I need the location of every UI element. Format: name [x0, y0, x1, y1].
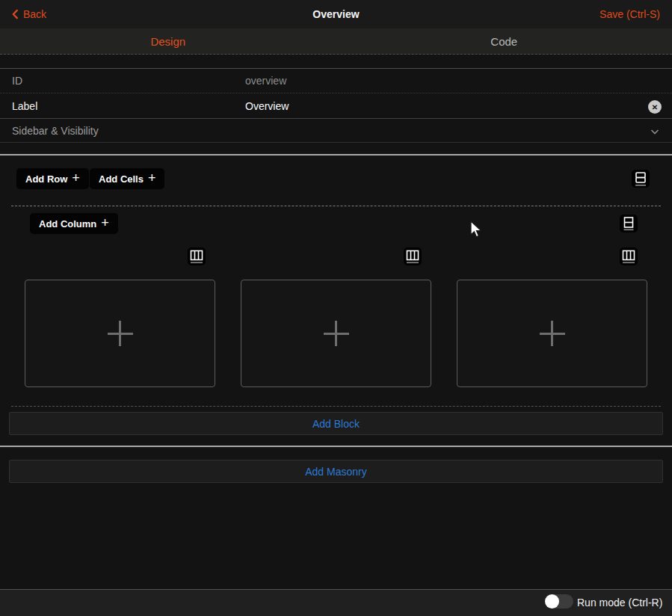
plus-cross-icon — [540, 321, 565, 346]
column-3-layout-button[interactable] — [620, 247, 638, 265]
chevron-left-icon — [10, 9, 20, 19]
plus-cross-icon — [324, 321, 349, 346]
toggle-knob — [545, 594, 559, 609]
plus-cross-icon — [108, 321, 133, 346]
add-masonry-button[interactable]: Add Masonry — [9, 460, 663, 483]
clear-icon: ✕ — [652, 103, 658, 111]
add-row-label: Add Row — [25, 173, 67, 185]
row-container-top-border — [11, 206, 661, 206]
row-layout-button[interactable] — [632, 170, 650, 188]
tab-bar: Design Code — [0, 28, 672, 55]
empty-cell-3-add-target[interactable] — [457, 280, 647, 387]
three-columns-icon — [620, 247, 638, 265]
form-row-label[interactable]: Label Overview — [0, 94, 672, 119]
section-divider — [0, 446, 672, 447]
label-label: Label — [12, 100, 37, 112]
add-column-button[interactable]: Add Column + — [30, 213, 118, 234]
add-block-button[interactable]: Add Block — [9, 412, 663, 435]
form-row-sidebar-visibility[interactable]: Sidebar & Visibility — [0, 120, 672, 143]
plus-icon: + — [101, 216, 109, 230]
page-title: Overview — [0, 0, 672, 28]
three-columns-icon — [188, 247, 206, 265]
id-label: ID — [12, 75, 22, 87]
run-mode-label: Run mode (Ctrl-R) — [577, 589, 662, 616]
plus-icon: + — [72, 171, 80, 185]
save-button[interactable]: Save (Ctrl-S) — [599, 0, 660, 28]
mouse-cursor — [469, 221, 484, 238]
label-value[interactable]: Overview — [245, 100, 289, 112]
row-split-button[interactable] — [620, 215, 638, 232]
header-bar: Back Overview Save (Ctrl-S) — [0, 0, 672, 28]
empty-cell-1-add-target[interactable] — [25, 280, 215, 387]
three-columns-icon — [404, 247, 422, 265]
form-row-id[interactable]: ID overview — [0, 69, 672, 93]
run-mode-toggle[interactable] — [545, 594, 573, 609]
stacked-rows-icon — [632, 170, 650, 188]
column-1-layout-button[interactable] — [188, 247, 206, 265]
back-label: Back — [23, 8, 46, 20]
id-value[interactable]: overview — [245, 75, 286, 87]
column-2-layout-button[interactable] — [404, 247, 422, 265]
chevron-down-icon[interactable] — [649, 126, 661, 138]
add-cells-label: Add Cells — [99, 173, 144, 185]
clear-label-button[interactable]: ✕ — [648, 100, 662, 114]
back-button[interactable]: Back — [10, 0, 46, 28]
add-row-button[interactable]: Add Row + — [16, 168, 89, 189]
tab-design[interactable]: Design — [0, 28, 336, 54]
plus-icon: + — [148, 171, 156, 185]
add-column-label: Add Column — [39, 218, 96, 230]
empty-cell-2-add-target[interactable] — [241, 280, 431, 387]
square-two-rows-icon — [620, 215, 638, 232]
row-container-bottom-border — [11, 406, 661, 407]
add-cells-button[interactable]: Add Cells + — [90, 168, 164, 189]
tab-code[interactable]: Code — [336, 28, 672, 54]
sidebar-visibility-label: Sidebar & Visibility — [12, 125, 99, 137]
section-divider — [0, 154, 672, 155]
